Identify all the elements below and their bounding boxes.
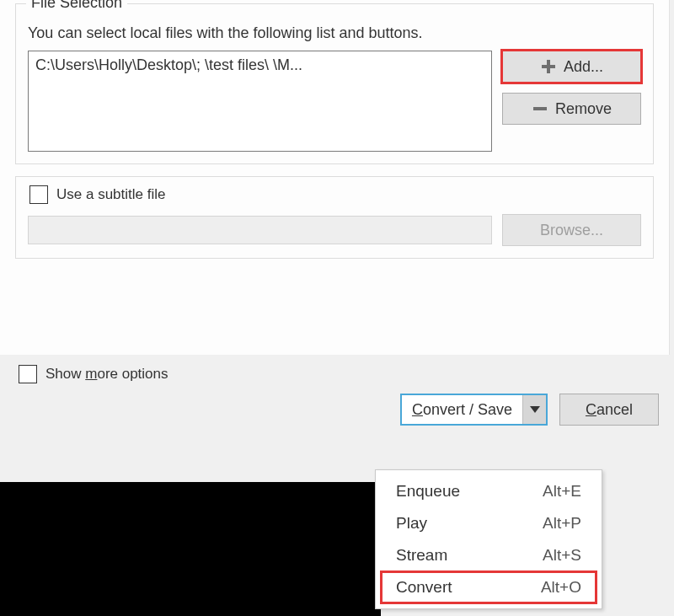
menu-item-label: Play <box>396 514 427 533</box>
svg-rect-1 <box>542 65 555 68</box>
browse-button: Browse... <box>502 214 641 246</box>
menu-item-label: Convert <box>396 578 452 597</box>
file-selection-group: File Selection You can select local file… <box>15 3 654 164</box>
file-list-item[interactable]: C:\Users\Holly\Desktop\; \test files\ \M… <box>35 56 484 74</box>
menu-item-play[interactable]: PlayAlt+P <box>381 507 596 539</box>
convert-save-label: Convert / Save <box>412 401 512 419</box>
minus-icon <box>532 100 548 117</box>
subtitle-checkbox[interactable] <box>29 185 48 204</box>
background-strip <box>0 482 381 616</box>
remove-button[interactable]: Remove <box>502 93 641 125</box>
file-selection-hint: You can select local files with the foll… <box>28 24 641 42</box>
dialog-footer: Show more options Convert / Save Cancel <box>0 355 674 436</box>
menu-item-shortcut: Alt+S <box>543 546 581 565</box>
subtitle-group: Use a subtitle file Browse... <box>15 176 654 259</box>
convert-save-menu: EnqueueAlt+EPlayAlt+PStreamAlt+SConvertA… <box>375 469 602 609</box>
show-more-checkbox[interactable] <box>19 365 37 383</box>
menu-item-convert[interactable]: ConvertAlt+O <box>381 571 596 603</box>
menu-item-shortcut: Alt+O <box>541 578 581 597</box>
menu-item-shortcut: Alt+P <box>543 514 581 533</box>
subtitle-path-input <box>28 216 492 244</box>
menu-item-enqueue[interactable]: EnqueueAlt+E <box>381 475 596 507</box>
show-more-label: Show more options <box>45 366 168 383</box>
remove-button-label: Remove <box>555 100 612 118</box>
menu-item-shortcut: Alt+E <box>543 482 581 501</box>
file-selection-legend: File Selection <box>26 0 127 12</box>
chevron-down-icon <box>530 406 540 413</box>
menu-item-label: Stream <box>396 546 447 565</box>
browse-button-label: Browse... <box>540 222 603 239</box>
convert-save-dropdown-toggle[interactable] <box>522 395 546 424</box>
svg-rect-2 <box>533 107 547 110</box>
file-list[interactable]: C:\Users\Holly\Desktop\; \test files\ \M… <box>28 51 492 152</box>
plus-icon <box>540 58 557 75</box>
subtitle-checkbox-label: Use a subtitle file <box>56 186 165 203</box>
menu-item-stream[interactable]: StreamAlt+S <box>381 539 596 571</box>
cancel-button-label: Cancel <box>586 401 633 419</box>
convert-save-button[interactable]: Convert / Save <box>400 394 548 426</box>
add-button[interactable]: Add... <box>502 51 641 83</box>
cancel-button[interactable]: Cancel <box>559 394 659 426</box>
add-button-label: Add... <box>564 58 603 76</box>
menu-item-label: Enqueue <box>396 482 460 501</box>
